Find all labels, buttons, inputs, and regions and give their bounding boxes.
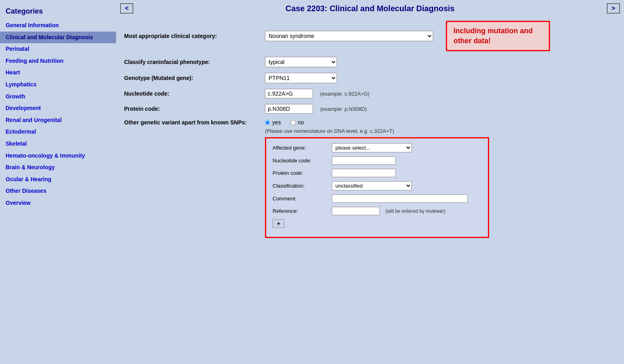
mutation-protein-row: Protein code: (273, 169, 482, 177)
mutation-add-row: + (273, 219, 482, 228)
clinical-category-label: Most appropriate clinical category: (124, 33, 260, 39)
snp-yes-radio[interactable] (265, 120, 270, 125)
nav-next-button[interactable]: > (607, 3, 620, 14)
mutation-comment-row: Comment: (273, 194, 482, 203)
snp-right: yes no (Please use nomenclature on DNA l… (265, 119, 489, 238)
sidebar-item-feeding-nutrition[interactable]: Feeding and Nutrition (0, 55, 116, 67)
mutation-nucleotide-row: Nucleotide code: (273, 156, 482, 165)
page-title: Case 2203: Clinical and Molecular Diagno… (137, 4, 602, 13)
mutation-reference-input[interactable] (332, 207, 380, 215)
clinical-category-select[interactable]: Noonan syndrome (265, 31, 433, 41)
nucleotide-label: Nucleotide code: (124, 90, 260, 97)
affected-gene-select[interactable]: please select... (332, 143, 412, 152)
sidebar-item-growth[interactable]: Growth (0, 91, 116, 103)
mutation-classification-row: Classification: unclassified (273, 181, 482, 190)
main-content: < Case 2203: Clinical and Molecular Diag… (116, 0, 624, 364)
protein-example: (example: p.N308D) (320, 106, 367, 112)
mutation-tooltip: Including mutation and other data! (446, 21, 550, 51)
nomenclature-note: (Please use nomenclature on DNA level, e… (265, 128, 489, 134)
snp-radio-group: yes no (265, 119, 489, 126)
nucleotide-row: Nucleotide code: c.922A>G (example: c.92… (124, 89, 616, 98)
affected-gene-row: Affected gene: please select... (273, 143, 482, 152)
protein-row: Protein code: p.N308D (example: p.N308D) (124, 104, 616, 114)
sidebar: Categories General Information Clinical … (0, 0, 116, 364)
sidebar-item-ocular-hearing[interactable]: Ocular & Hearing (0, 174, 116, 186)
sidebar-item-development[interactable]: Development (0, 102, 116, 114)
craniofacial-select[interactable]: typical (265, 57, 337, 67)
sidebar-item-general-information[interactable]: General Information (0, 20, 116, 32)
reference-note: (will be entered by reviewer) (385, 208, 445, 214)
mutation-reference-label: Reference: (273, 208, 329, 214)
sidebar-item-overview[interactable]: Overview (0, 197, 116, 209)
mutation-comment-input[interactable] (332, 194, 468, 203)
craniofacial-label: Classify craniofacial phenotype: (124, 59, 260, 65)
mutation-comment-label: Comment: (273, 196, 329, 202)
mutation-nucleotide-label: Nucleotide code: (273, 158, 329, 164)
sidebar-item-other-diseases[interactable]: Other Diseases (0, 185, 116, 197)
form-area: Most appropriate clinical category: Noon… (116, 17, 624, 244)
sidebar-item-renal-urogenital[interactable]: Renal and Urogenital (0, 114, 116, 126)
genotype-row: Genotype (Mutated gene): PTPN11 (124, 73, 616, 83)
protein-label: Protein code: (124, 106, 260, 112)
mutation-nucleotide-input[interactable] (332, 156, 396, 165)
mutation-reference-row: Reference: (will be entered by reviewer) (273, 207, 482, 215)
affected-gene-label: Affected gene: (273, 145, 329, 151)
mutation-box: Affected gene: please select... Nucleoti… (265, 137, 489, 238)
nucleotide-input[interactable]: c.922A>G (265, 89, 313, 98)
clinical-category-row: Most appropriate clinical category: Noon… (124, 21, 616, 51)
craniofacial-row: Classify craniofacial phenotype: typical (124, 57, 616, 67)
genotype-label: Genotype (Mutated gene): (124, 75, 260, 81)
genotype-select[interactable]: PTPN11 (265, 73, 337, 83)
nav-prev-button[interactable]: < (120, 3, 133, 14)
mutation-protein-label: Protein code: (273, 170, 329, 176)
sidebar-item-skeletal[interactable]: Skeletal (0, 138, 116, 150)
protein-input[interactable]: p.N308D (265, 104, 313, 114)
sidebar-item-ectodermal[interactable]: Ectodermal (0, 126, 116, 138)
app-container: Categories General Information Clinical … (0, 0, 624, 364)
sidebar-item-hemato-oncology[interactable]: Hemato-oncology & Immunity (0, 150, 116, 162)
snp-no-label[interactable]: no (291, 119, 304, 126)
sidebar-item-heart[interactable]: Heart (0, 67, 116, 79)
mutation-classification-label: Classification: (273, 183, 329, 189)
nucleotide-example: (example: c.922A>G) (320, 91, 369, 97)
sidebar-item-lymphatics[interactable]: Lymphatics (0, 79, 116, 91)
snp-row: Other genetic variant apart from known S… (124, 119, 616, 238)
header-bar: < Case 2203: Clinical and Molecular Diag… (116, 0, 624, 17)
snp-label: Other genetic variant apart from known S… (124, 119, 260, 126)
sidebar-item-brain-neurology[interactable]: Brain & Neurology (0, 162, 116, 174)
sidebar-item-perinatal[interactable]: Perinatal (0, 43, 116, 55)
sidebar-title: Categories (0, 4, 116, 20)
snp-no-radio[interactable] (291, 120, 296, 125)
add-mutation-button[interactable]: + (273, 219, 285, 228)
mutation-classification-select[interactable]: unclassified (332, 181, 412, 190)
snp-yes-label[interactable]: yes (265, 119, 281, 126)
sidebar-item-clinical-molecular[interactable]: Clinical and Molecular Diagnosis (0, 32, 116, 44)
mutation-protein-input[interactable] (332, 169, 396, 177)
